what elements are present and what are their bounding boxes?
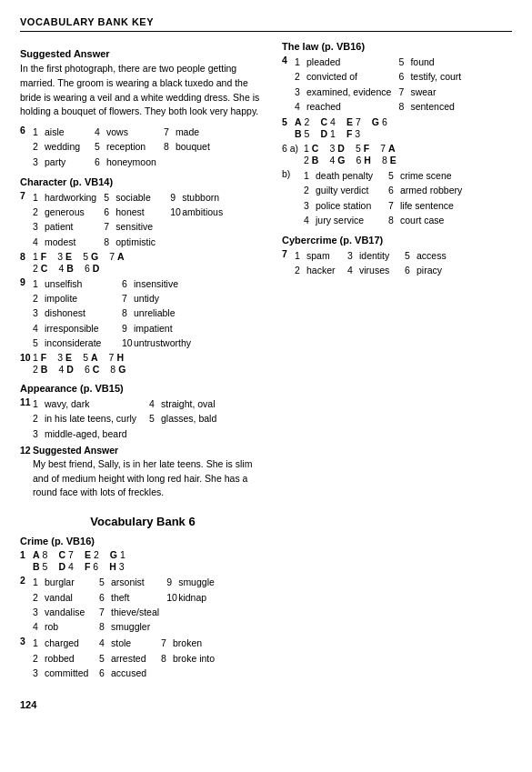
- law-title: The law (p. VB16): [282, 41, 512, 52]
- row-6: 6 1aisle 2wedding 3party 4vows 5receptio…: [20, 125, 266, 169]
- row-7: 7 1hardworking 2generous 3patient 4modes…: [20, 190, 266, 249]
- crime-row-2: 2 1burglar 2vandal 3vandalise 4rob 5arso…: [20, 575, 266, 634]
- page-number: 124: [20, 699, 512, 710]
- cybercrime-row-7: 7 1spam 2hacker 3identity 4viruses 5acce…: [282, 248, 512, 278]
- law-row-6b: b) 1death penalty 2guilty verdict 3polic…: [282, 168, 512, 227]
- law-row-4: 4 1pleaded 2convicted of 3examined, evid…: [282, 55, 512, 114]
- law-row-6a: 6 a) 1C 3D 5F 7A 2B 4G 6H 8E: [282, 143, 512, 166]
- cybercrime-title: Cybercrime (p. VB17): [282, 235, 512, 246]
- row-12-text: My best friend, Sally, is in her late te…: [33, 457, 266, 500]
- appearance-title: Appearance (p. VB15): [20, 383, 266, 394]
- page-header: VOCABULARY BANK KEY: [20, 16, 512, 32]
- row-10: 10 1F 3E 5A 7H 2B 4D 6C 8G: [20, 352, 266, 376]
- row-9: 9 1unselfish 2impolite 3dishonest 4irres…: [20, 276, 266, 350]
- crime-row-3: 3 1charged 2robbed 3committed 4stole 5ar…: [20, 636, 266, 680]
- row-11: 11 1wavy, dark 2in his late teens, curly…: [20, 396, 266, 441]
- vocab-bank-title: Vocabulary Bank 6: [20, 515, 266, 528]
- crime-title: Crime (p. VB16): [20, 536, 266, 546]
- row-6-num: 6: [20, 125, 33, 169]
- row-12: 12 Suggested Answer My best friend, Sall…: [20, 445, 266, 506]
- crime-row-1: 1 A8 C7 E2 G1 B5 D4 F6 H3: [20, 549, 266, 573]
- law-row-5: 5 A2 C4 E7 G6 B5 D1 F3: [282, 116, 512, 140]
- row-8: 8 1F 3E 5G 7A 2C 4B 6D: [20, 251, 266, 275]
- character-title: Character (p. VB14): [20, 176, 266, 187]
- suggested-answer-title: Suggested Answer: [20, 48, 266, 59]
- suggested-answer-text: In the first photograph, there are two p…: [20, 62, 266, 119]
